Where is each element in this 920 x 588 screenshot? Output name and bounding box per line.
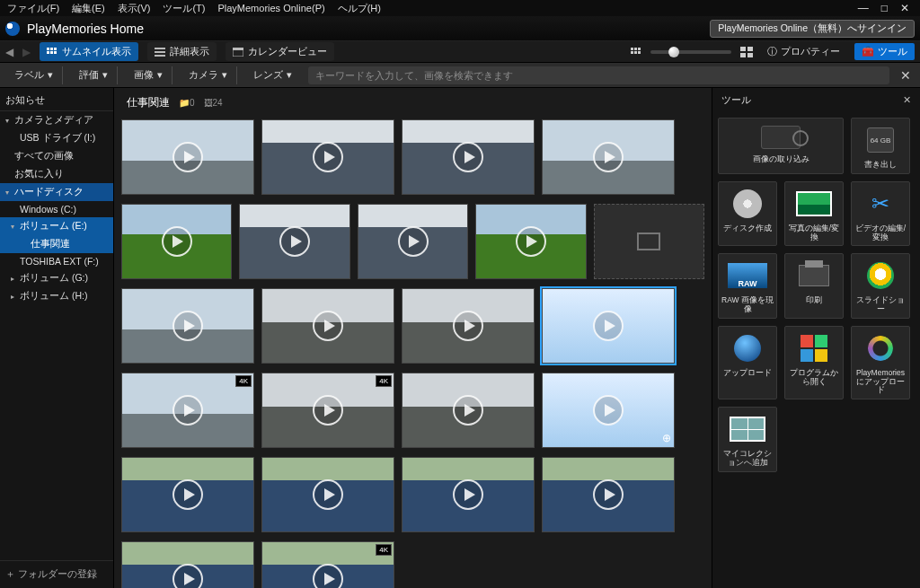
thumbnail[interactable] <box>121 119 254 195</box>
search-input[interactable] <box>314 69 884 82</box>
filter-label[interactable]: ラベル▾ <box>5 66 63 84</box>
zoom-slider[interactable] <box>650 50 731 54</box>
thumbnail[interactable] <box>239 204 349 279</box>
thumbnail[interactable] <box>542 119 675 195</box>
thumbnail[interactable] <box>402 288 535 364</box>
view-thumbnail-button[interactable]: サムネイル表示 <box>40 42 138 61</box>
titlebar: PlayMemories Home PlayMemories Online（無料… <box>0 16 920 41</box>
filter-lens[interactable]: レンズ▾ <box>244 66 301 84</box>
tool-tile[interactable]: ディスク作成 <box>718 181 777 247</box>
view-calendar-button[interactable]: カレンダービュー <box>226 42 334 61</box>
view-detail-button[interactable]: 詳細表示 <box>147 42 217 61</box>
thumbnail[interactable] <box>261 119 394 195</box>
sidebar-item-5[interactable]: Windows (C:) <box>0 201 113 217</box>
tool-label: PlayMemories にアップロード <box>854 369 907 395</box>
sidebar-item-7[interactable]: 仕事関連 <box>0 235 113 253</box>
sidebar-item-0[interactable]: ▾カメラとメディア <box>0 111 113 129</box>
grid-size-icon[interactable] <box>631 48 641 57</box>
thumbnail[interactable] <box>261 457 394 532</box>
thumbnail[interactable] <box>542 288 675 364</box>
collage-icon <box>721 411 774 447</box>
nav-forward-icon[interactable]: ▶ <box>22 46 31 58</box>
content-header: 仕事関連 📁0 🖼24 <box>114 88 712 114</box>
tool-tile[interactable]: RAWRAW 画像を現像 <box>718 253 777 319</box>
thumbnail[interactable] <box>121 457 254 532</box>
svg-rect-6 <box>155 48 165 49</box>
tool-tile[interactable]: ✂ビデオの編集/変換 <box>851 181 910 247</box>
sidebar-item-10[interactable]: ▸ボリューム (H:) <box>0 287 113 305</box>
thumbnail[interactable] <box>121 541 254 588</box>
app-logo-icon <box>5 22 20 36</box>
sidebar-item-2[interactable]: すべての画像 <box>0 147 113 165</box>
sidebar-notice[interactable]: お知らせ <box>0 88 113 111</box>
content-area: 仕事関連 📁0 🖼24 4K4K⊕4K <box>114 88 712 588</box>
svg-rect-19 <box>740 53 746 57</box>
svg-rect-4 <box>50 51 53 54</box>
sidebar-item-9[interactable]: ▸ボリューム (G:) <box>0 269 113 287</box>
tool-tile[interactable]: PlayMemories にアップロード <box>851 326 910 399</box>
properties-button[interactable]: ⓘ プロパティー <box>762 43 845 60</box>
thumb-row: 4K4K⊕ <box>121 373 704 448</box>
tool-tile[interactable]: 64 GB書き出し <box>851 118 910 174</box>
thumbnail[interactable] <box>121 288 254 364</box>
tool-tile[interactable]: プログラムから開く <box>784 326 844 399</box>
scissors-icon: ✂ <box>854 186 907 222</box>
tool-tile[interactable]: 画像の取り込み <box>718 118 844 174</box>
menu-tools[interactable]: ツール(T) <box>163 2 205 15</box>
tool-tile[interactable]: マイコレクションへ追加 <box>718 407 777 472</box>
thumbnail[interactable] <box>594 204 704 279</box>
menu-file[interactable]: ファイル(F) <box>7 2 59 15</box>
filter-camera[interactable]: カメラ▾ <box>180 66 237 84</box>
tool-label: マイコレクションへ追加 <box>721 450 774 468</box>
thumbnail[interactable] <box>542 457 675 532</box>
sidebar-add-folder[interactable]: ＋ フォルダーの登録 <box>0 560 113 588</box>
maximize-icon[interactable]: □ <box>878 2 891 14</box>
tools-close-icon[interactable]: ✕ <box>903 94 911 106</box>
filter-image[interactable]: 画像▾ <box>125 66 172 84</box>
play-icon <box>313 479 343 510</box>
tool-tile[interactable]: アップロード <box>718 326 777 399</box>
zoom-knob[interactable] <box>668 47 679 57</box>
play-icon <box>172 395 203 426</box>
svg-rect-17 <box>740 47 746 51</box>
menu-help[interactable]: ヘルプ(H) <box>338 2 381 15</box>
tool-tile[interactable]: スライドショー <box>851 253 910 319</box>
view-calendar-label: カレンダービュー <box>248 45 327 58</box>
thumbnail[interactable] <box>402 119 535 195</box>
sidebar-item-6[interactable]: ▾ボリューム (E:) <box>0 217 113 235</box>
thumbnail[interactable]: ⊕ <box>542 373 675 448</box>
minimize-icon[interactable]: — <box>854 2 872 14</box>
tool-tile[interactable]: 印刷 <box>784 253 844 319</box>
sidebar-item-4[interactable]: ▾ハードディスク <box>0 183 113 201</box>
sd-icon: 64 GB <box>854 122 907 158</box>
thumbnail[interactable]: 4K <box>261 373 394 448</box>
menu-edit[interactable]: 編集(E) <box>72 2 105 15</box>
thumbnail[interactable] <box>121 204 232 279</box>
chevron-down-icon: ▾ <box>48 69 53 81</box>
sidebar-item-label: カメラとメディア <box>14 114 93 127</box>
sidebar-item-8[interactable]: TOSHIBA EXT (F:) <box>0 253 113 269</box>
thumbnail[interactable] <box>358 204 468 279</box>
menu-view[interactable]: 表示(V) <box>118 2 151 15</box>
sidebar-item-1[interactable]: USB ドライブ (I:) <box>0 129 113 147</box>
thumb-row: 4K <box>121 541 704 588</box>
tools-row: ディスク作成写真の編集/変換✂ビデオの編集/変換 <box>718 181 915 247</box>
thumbnail[interactable] <box>402 373 535 448</box>
filter-rating[interactable]: 評価▾ <box>70 66 118 84</box>
thumbnail[interactable]: 4K <box>261 541 394 588</box>
tool-tile[interactable]: 写真の編集/変換 <box>784 181 844 247</box>
tool-label: 書き出し <box>864 161 897 170</box>
thumbnail[interactable] <box>475 204 586 279</box>
nav-back-icon[interactable]: ◀ <box>5 46 13 58</box>
tools-toggle-button[interactable]: 🧰 ツール <box>854 43 915 60</box>
search-clear-icon[interactable]: ✕ <box>897 68 915 83</box>
signin-button[interactable]: PlayMemories Online（無料）へサインイン <box>710 20 915 38</box>
close-icon[interactable]: ✕ <box>897 2 913 14</box>
search-box[interactable] <box>308 66 889 84</box>
sidebar-item-3[interactable]: お気に入り <box>0 165 113 183</box>
thumbnail[interactable] <box>402 457 535 532</box>
thumbnail[interactable] <box>261 288 394 364</box>
thumbnail[interactable]: 4K <box>121 373 254 448</box>
menu-pmo[interactable]: PlayMemories Online(P) <box>217 3 324 13</box>
large-grid-icon[interactable] <box>740 47 753 57</box>
